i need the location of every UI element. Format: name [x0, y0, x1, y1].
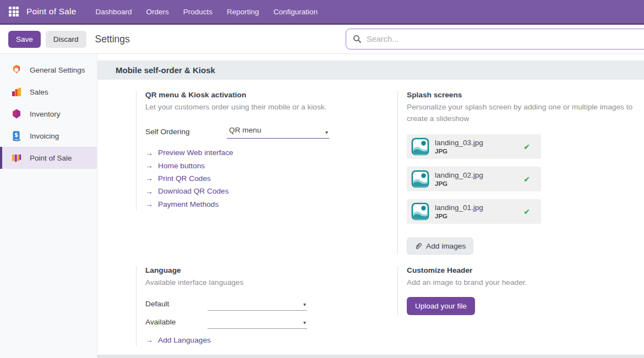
check-icon: ✔ [523, 207, 530, 216]
check-icon: ✔ [523, 142, 530, 151]
file-info: landing_01.jpg JPG [435, 203, 483, 221]
qr-block-title: QR menu & Kiosk activation [145, 91, 397, 99]
image-card[interactable]: landing_03.jpg JPG ✔ [407, 134, 541, 159]
nav-products[interactable]: Products [176, 1, 220, 23]
app-name[interactable]: Point of Sale [26, 7, 77, 16]
settings-sidebar: General Settings Sales [0, 54, 97, 358]
point-of-sale-icon [10, 152, 23, 164]
language-setting-block: Language Available interface languages D… [136, 266, 397, 346]
search-icon [353, 35, 362, 43]
arrow-right-icon: → [145, 335, 153, 344]
general-settings-icon [10, 64, 23, 76]
link-add-languages[interactable]: → Add Languages [145, 334, 397, 346]
header-block-subtitle: Add an image to brand your header. [407, 277, 644, 288]
available-language-label: Available [145, 318, 208, 329]
discard-button[interactable]: Discard [46, 31, 86, 48]
chevron-down-icon: ▾ [303, 320, 306, 326]
image-file-icon [411, 170, 429, 188]
link-label: Payment Methods [158, 200, 219, 208]
link-download-qr-codes[interactable]: → Download QR Codes [145, 185, 397, 197]
self-ordering-row: Self Ordering QR menu ▾ [145, 126, 397, 139]
check-icon: ✔ [523, 175, 530, 184]
inventory-icon [10, 108, 23, 120]
settings-main-panel: Mobile self-order & Kiosk QR menu & Kios… [97, 54, 644, 358]
language-block-subtitle: Available interface languages [145, 277, 397, 288]
sidebar-item-invoicing[interactable]: $ Invoicing [0, 125, 97, 147]
sidebar-item-label: General Settings [30, 66, 85, 74]
qr-block-subtitle: Let your customers order using their mob… [145, 101, 397, 113]
splash-block-title: Splash screens [407, 91, 644, 99]
nav-reporting[interactable]: Reporting [220, 1, 266, 23]
invoicing-icon: $ [10, 130, 23, 142]
arrow-right-icon: → [145, 161, 153, 170]
link-home-buttons[interactable]: → Home buttons [145, 159, 397, 172]
link-payment-methods[interactable]: → Payment Methods [145, 197, 397, 210]
sidebar-item-point-of-sale[interactable]: Point of Sale [0, 147, 97, 169]
arrow-right-icon: → [145, 200, 153, 208]
sidebar-item-general-settings[interactable]: General Settings [0, 59, 97, 81]
sidebar-item-label: Invoicing [30, 132, 59, 140]
available-language-row: Available ▾ [145, 316, 397, 329]
add-images-button[interactable]: Add images [407, 238, 473, 255]
language-block-title: Language [145, 266, 397, 274]
horizontal-scrollbar[interactable] [97, 355, 644, 358]
control-bar: Save Discard Settings [0, 25, 644, 54]
arrow-right-icon: → [145, 174, 153, 183]
self-ordering-select[interactable]: QR menu ▾ [227, 126, 329, 139]
file-name: landing_01.jpg [435, 203, 483, 212]
nav-dashboard[interactable]: Dashboard [89, 1, 139, 23]
nav-configuration[interactable]: Configuration [266, 1, 325, 23]
svg-text:$: $ [14, 132, 18, 138]
default-language-label: Default [145, 300, 208, 311]
chevron-down-icon: ▾ [303, 301, 306, 307]
top-navbar: Point of Sale Dashboard Orders Products … [0, 0, 644, 25]
customize-header-setting-block: Customize Header Add an image to brand y… [397, 266, 644, 315]
sidebar-item-label: Point of Sale [30, 154, 72, 162]
nav-orders[interactable]: Orders [139, 1, 176, 23]
image-file-icon [411, 137, 429, 156]
splash-block-subtitle: Personalize your splash screen by adding… [407, 101, 638, 124]
section-header: Mobile self-order & Kiosk [97, 60, 644, 80]
link-print-qr-codes[interactable]: → Print QR Codes [145, 172, 397, 185]
sales-icon [10, 86, 23, 98]
chevron-down-icon: ▾ [325, 129, 328, 135]
qr-links: → Preview Web interface → Home buttons →… [145, 146, 397, 210]
self-ordering-value: QR menu [229, 126, 261, 134]
sidebar-item-label: Inventory [30, 110, 61, 118]
sidebar-item-inventory[interactable]: Inventory [0, 103, 97, 125]
link-label: Add Languages [158, 336, 211, 344]
file-name: landing_02.jpg [435, 170, 483, 180]
file-type: JPG [435, 147, 483, 156]
self-ordering-label: Self Ordering [145, 128, 227, 139]
page-title: Settings [95, 34, 130, 45]
add-images-label: Add images [426, 242, 466, 250]
image-card[interactable]: landing_01.jpg JPG ✔ [407, 199, 541, 224]
file-type: JPG [435, 180, 483, 188]
link-preview-web-interface[interactable]: → Preview Web interface [145, 146, 397, 159]
save-button[interactable]: Save [8, 31, 41, 48]
splash-screens-setting-block: Splash screens Personalize your splash s… [397, 91, 644, 255]
section-title: Mobile self-order & Kiosk [116, 65, 215, 75]
link-label: Home buttons [158, 162, 205, 170]
link-label: Download QR Codes [158, 187, 229, 195]
sidebar-item-sales[interactable]: Sales [0, 81, 97, 103]
search-input[interactable] [367, 35, 641, 43]
link-label: Print QR Codes [158, 174, 211, 183]
default-language-row: Default ▾ [145, 298, 397, 311]
apps-grid-icon[interactable] [9, 7, 19, 16]
file-info: landing_02.jpg JPG [435, 170, 483, 188]
image-card[interactable]: landing_02.jpg JPG ✔ [407, 167, 541, 191]
upload-file-button[interactable]: Upload your file [407, 297, 475, 315]
paperclip-icon [414, 243, 422, 250]
search-box[interactable] [346, 29, 644, 49]
link-label: Preview Web interface [158, 148, 233, 157]
file-type: JPG [435, 212, 483, 221]
file-info: landing_03.jpg JPG [435, 138, 483, 156]
splash-image-list: landing_03.jpg JPG ✔ land [407, 134, 644, 224]
language-links: → Add Languages [145, 334, 397, 346]
default-language-select[interactable]: ▾ [208, 298, 307, 311]
header-block-title: Customize Header [407, 266, 644, 274]
arrow-right-icon: → [145, 148, 153, 157]
available-language-select[interactable]: ▾ [208, 316, 307, 329]
file-name: landing_03.jpg [435, 138, 483, 147]
